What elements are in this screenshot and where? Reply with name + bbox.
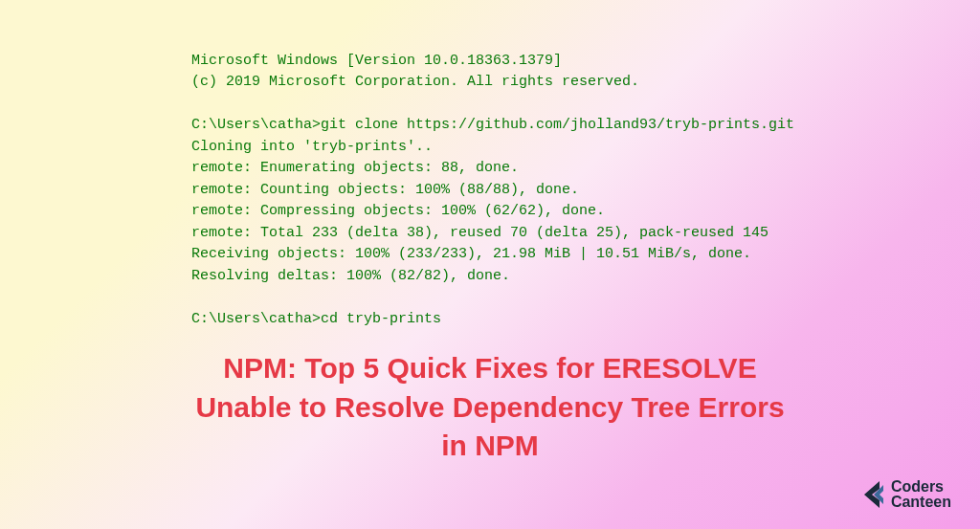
terminal-line: C:\Users\catha>git clone https://github.… xyxy=(191,117,794,133)
logo-chevron-icon xyxy=(857,479,887,510)
headline-line: in NPM xyxy=(0,427,980,466)
terminal-line: remote: Compressing objects: 100% (62/62… xyxy=(191,203,605,219)
terminal-output: Microsoft Windows [Version 10.0.18363.13… xyxy=(191,29,794,330)
terminal-line: Microsoft Windows [Version 10.0.18363.13… xyxy=(191,53,562,69)
terminal-line: Resolving deltas: 100% (82/82), done. xyxy=(191,268,510,284)
brand-logo: Coders Canteen xyxy=(857,479,951,510)
terminal-line: (c) 2019 Microsoft Corporation. All righ… xyxy=(191,74,639,90)
terminal-line: Cloning into 'tryb-prints'.. xyxy=(191,139,433,155)
headline-line: NPM: Top 5 Quick Fixes for ERESOLVE xyxy=(0,349,980,388)
headline-line: Unable to Resolve Dependency Tree Errors xyxy=(0,388,980,428)
logo-word: Canteen xyxy=(891,495,951,510)
logo-text: Coders Canteen xyxy=(891,479,951,510)
logo-word: Coders xyxy=(891,479,951,495)
article-headline: NPM: Top 5 Quick Fixes for ERESOLVE Unab… xyxy=(0,349,980,466)
terminal-line: Receiving objects: 100% (233/233), 21.98… xyxy=(191,246,751,262)
terminal-line: remote: Total 233 (delta 38), reused 70 … xyxy=(191,225,768,241)
terminal-line: C:\Users\catha>cd tryb-prints xyxy=(191,311,441,327)
terminal-line: remote: Counting objects: 100% (88/88), … xyxy=(191,182,579,198)
terminal-line: remote: Enumerating objects: 88, done. xyxy=(191,160,519,176)
